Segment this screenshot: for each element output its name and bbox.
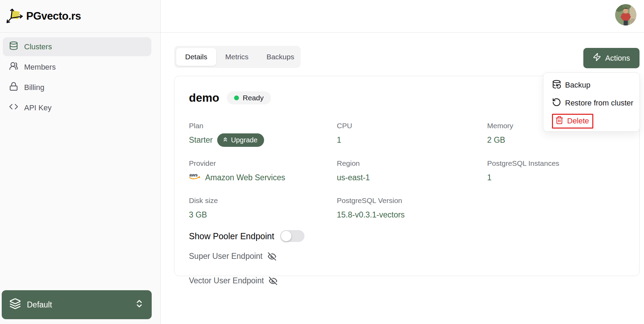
avatar[interactable] bbox=[615, 4, 636, 26]
sidebar-item-label: Clusters bbox=[24, 42, 52, 51]
field-label: CPU bbox=[337, 122, 487, 130]
tab-label: Backups bbox=[266, 53, 294, 61]
menu-item-label: Restore from cluster bbox=[565, 99, 633, 108]
field-label: Region bbox=[337, 159, 487, 168]
tabbar: Details Metrics Backups bbox=[174, 46, 301, 68]
actions-menu: Backup Restore from cluster Delete bbox=[543, 72, 640, 132]
sidebar-item-members[interactable]: Members bbox=[3, 58, 151, 77]
menu-item-restore[interactable]: Restore from cluster bbox=[552, 94, 640, 112]
field-postgres-instances: PostgreSQL Instances 1 bbox=[487, 159, 625, 184]
pgvecto-logo-icon bbox=[6, 7, 23, 26]
super-user-endpoint-label: Super User Endpoint bbox=[189, 252, 263, 261]
org-switcher-label: Default bbox=[27, 300, 52, 310]
toggle-knob bbox=[281, 231, 291, 241]
chevrons-up-icon bbox=[222, 136, 229, 144]
trash-icon bbox=[555, 116, 564, 126]
tab-details[interactable]: Details bbox=[176, 48, 216, 66]
field-provider: Provider aws Amazon Web Services bbox=[189, 159, 337, 184]
field-value: 15.8-v0.3.1-vectors bbox=[337, 208, 487, 221]
status-badge: Ready bbox=[227, 91, 271, 104]
menu-item-backup[interactable]: Backup bbox=[552, 76, 640, 94]
sidebar-item-label: Billing bbox=[24, 83, 44, 92]
vector-user-endpoint-row: Vector User Endpoint bbox=[189, 276, 625, 285]
eye-off-icon[interactable] bbox=[269, 276, 278, 285]
delete-highlight-box: Delete bbox=[552, 114, 593, 129]
tab-label: Metrics bbox=[225, 53, 249, 61]
field-value: 2 GB bbox=[487, 133, 625, 146]
database-icon bbox=[9, 41, 18, 52]
sidebar-nav: Clusters Members Billing bbox=[0, 33, 160, 117]
field-plan: Plan Starter Upgrade bbox=[189, 122, 337, 147]
upgrade-label: Upgrade bbox=[231, 136, 258, 144]
users-icon bbox=[9, 61, 18, 73]
sidebar-item-label: API Key bbox=[24, 103, 51, 112]
eye-off-icon[interactable] bbox=[268, 252, 276, 261]
cluster-name: demo bbox=[189, 91, 219, 104]
sidebar-item-api-key[interactable]: API Key bbox=[3, 98, 151, 117]
sidebar-item-billing[interactable]: Billing bbox=[3, 78, 151, 97]
database-backup-icon bbox=[552, 80, 561, 91]
tab-backups[interactable]: Backups bbox=[258, 48, 303, 66]
field-value: Starter bbox=[189, 135, 213, 145]
org-switcher-button[interactable]: Default bbox=[2, 290, 152, 319]
sidebar-item-label: Members bbox=[24, 63, 56, 72]
field-value: 3 GB bbox=[189, 208, 337, 221]
lock-icon bbox=[9, 82, 18, 93]
app-logo: PGvecto.rs bbox=[0, 0, 160, 33]
pooler-toggle[interactable] bbox=[280, 230, 304, 242]
super-user-endpoint-row: Super User Endpoint bbox=[189, 252, 625, 261]
svg-text:aws: aws bbox=[189, 172, 198, 178]
field-label: Provider bbox=[189, 159, 337, 168]
field-value: 1 bbox=[487, 171, 625, 184]
code-icon bbox=[9, 102, 18, 113]
field-value: 1 bbox=[337, 133, 487, 146]
sidebar-item-clusters[interactable]: Clusters bbox=[3, 37, 151, 56]
menu-item-delete[interactable]: Delete bbox=[552, 112, 640, 130]
pooler-row: Show Pooler Endpoint bbox=[189, 230, 625, 242]
field-label: Disk size bbox=[189, 196, 337, 205]
field-disk-size: Disk size 3 GB bbox=[189, 196, 337, 221]
field-postgres-version: PostgreSQL Version 15.8-v0.3.1-vectors bbox=[337, 196, 487, 221]
status-label: Ready bbox=[243, 94, 264, 102]
status-dot-icon bbox=[234, 95, 239, 100]
field-label: Plan bbox=[189, 122, 337, 130]
field-label: PostgreSQL Version bbox=[337, 196, 487, 205]
tab-label: Details bbox=[185, 53, 207, 61]
pooler-toggle-label: Show Pooler Endpoint bbox=[189, 231, 274, 241]
field-label: PostgreSQL Instances bbox=[487, 159, 625, 168]
rotate-ccw-icon bbox=[552, 98, 561, 109]
chevrons-up-down-icon bbox=[134, 299, 144, 311]
topbar bbox=[161, 0, 644, 33]
field-value: us-east-1 bbox=[337, 171, 487, 184]
aws-logo-icon: aws bbox=[189, 172, 201, 183]
app-title: PGvecto.rs bbox=[26, 10, 81, 22]
actions-button-label: Actions bbox=[605, 54, 630, 63]
vector-user-endpoint-label: Vector User Endpoint bbox=[189, 276, 264, 285]
field-region: Region us-east-1 bbox=[337, 159, 487, 184]
actions-button[interactable]: Actions bbox=[583, 48, 640, 68]
field-cpu: CPU 1 bbox=[337, 122, 487, 147]
menu-item-label: Delete bbox=[567, 117, 589, 125]
menu-item-label: Backup bbox=[565, 81, 590, 90]
layers-icon bbox=[9, 298, 21, 312]
field-value: Amazon Web Services bbox=[205, 173, 285, 182]
sidebar: PGvecto.rs Clusters Members bbox=[0, 0, 161, 324]
cluster-field-grid: Plan Starter Upgrade CPU 1 Memory 2 GB bbox=[189, 122, 625, 221]
upgrade-button[interactable]: Upgrade bbox=[217, 133, 264, 147]
zap-icon bbox=[593, 53, 601, 63]
tab-metrics[interactable]: Metrics bbox=[216, 48, 258, 66]
